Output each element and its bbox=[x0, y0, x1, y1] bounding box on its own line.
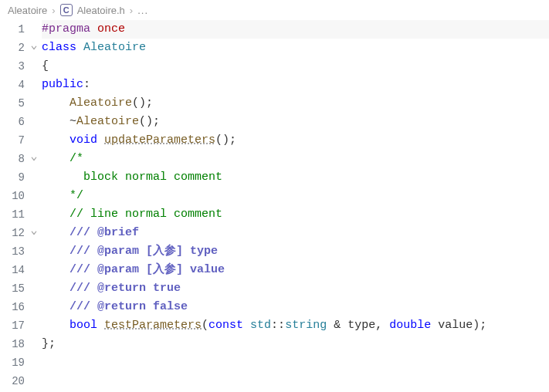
code-line[interactable]: class Aleatoire bbox=[42, 39, 549, 57]
breadcrumb[interactable]: Aleatoire › C Aleatoire.h › ... bbox=[0, 0, 549, 20]
token-text bbox=[42, 226, 69, 239]
fold-spacer bbox=[26, 168, 42, 187]
fold-spacer bbox=[26, 20, 42, 39]
code-line[interactable] bbox=[42, 372, 549, 390]
line-number-gutter: 1234567891011121314151617181920 bbox=[0, 20, 26, 392]
breadcrumb-more[interactable]: ... bbox=[137, 5, 148, 16]
code-line[interactable]: /// @param [入参] value bbox=[42, 261, 549, 279]
fold-spacer bbox=[26, 94, 42, 113]
code-line[interactable]: /// @brief bbox=[42, 224, 549, 242]
code-content[interactable]: #pragma onceclass Aleatoire{public: Alea… bbox=[42, 20, 549, 392]
token-pun: , bbox=[375, 319, 389, 332]
code-line[interactable]: */ bbox=[42, 187, 549, 205]
code-line[interactable]: /// @return false bbox=[42, 298, 549, 316]
token-text bbox=[42, 189, 69, 202]
token-typ: string bbox=[285, 319, 327, 332]
code-line[interactable]: void updateParameters(); bbox=[42, 131, 549, 150]
token-pun: :: bbox=[271, 319, 285, 332]
token-pun: ); bbox=[473, 319, 486, 332]
token-pun: (); bbox=[215, 133, 236, 147]
line-number: 1 bbox=[0, 20, 26, 39]
token-pun: & bbox=[327, 319, 347, 332]
fold-toggle-icon[interactable] bbox=[26, 39, 42, 57]
code-line[interactable] bbox=[42, 353, 549, 372]
fold-spacer bbox=[26, 187, 42, 205]
code-line[interactable]: bool testParameters(const std::string & … bbox=[42, 316, 549, 335]
line-number: 19 bbox=[0, 353, 26, 372]
token-text bbox=[42, 133, 69, 147]
breadcrumb-sep-icon: › bbox=[130, 5, 133, 16]
token-text bbox=[42, 208, 69, 221]
token-pragma: #pragma bbox=[42, 22, 90, 35]
token-pun: : bbox=[83, 78, 90, 91]
line-number: 16 bbox=[0, 298, 26, 316]
code-line[interactable]: #pragma once bbox=[42, 20, 549, 39]
token-ns: std bbox=[250, 319, 271, 332]
token-pun: (); bbox=[139, 115, 160, 128]
fold-spacer bbox=[26, 335, 42, 353]
line-number: 9 bbox=[0, 168, 26, 187]
token-text: ~ bbox=[42, 115, 76, 128]
code-line[interactable]: /// @param [入参] type bbox=[42, 242, 549, 261]
fold-toggle-icon[interactable] bbox=[26, 150, 42, 168]
fold-spacer bbox=[26, 298, 42, 316]
fold-spacer bbox=[26, 205, 42, 224]
line-number: 3 bbox=[0, 57, 26, 76]
token-fn: testParameters bbox=[104, 319, 202, 332]
code-line[interactable]: /// @return true bbox=[42, 279, 549, 298]
token-kw: bool bbox=[69, 319, 104, 332]
code-line[interactable]: ~Aleatoire(); bbox=[42, 113, 549, 131]
line-number: 7 bbox=[0, 131, 26, 150]
fold-spacer bbox=[26, 131, 42, 150]
fold-spacer bbox=[26, 372, 42, 390]
code-line[interactable]: /* bbox=[42, 150, 549, 168]
token-id: type bbox=[347, 319, 375, 332]
fold-spacer bbox=[26, 76, 42, 94]
line-number: 2 bbox=[0, 39, 26, 57]
code-line[interactable]: { bbox=[42, 57, 549, 76]
token-cmt: // line normal comment bbox=[69, 208, 222, 221]
code-line[interactable]: public: bbox=[42, 76, 549, 94]
file-type-icon: C bbox=[60, 4, 73, 16]
breadcrumb-folder[interactable]: Aleatoire bbox=[8, 5, 47, 16]
line-number: 11 bbox=[0, 205, 26, 224]
code-line[interactable]: }; bbox=[42, 335, 549, 353]
line-number: 12 bbox=[0, 224, 26, 242]
breadcrumb-file[interactable]: Aleatoire.h bbox=[77, 5, 125, 16]
fold-toggle-icon[interactable] bbox=[26, 224, 42, 242]
line-number: 5 bbox=[0, 94, 26, 113]
line-number: 8 bbox=[0, 150, 26, 168]
line-number: 13 bbox=[0, 242, 26, 261]
code-line[interactable]: block normal comment bbox=[42, 168, 549, 187]
line-number: 10 bbox=[0, 187, 26, 205]
line-number: 6 bbox=[0, 113, 26, 131]
token-pun: }; bbox=[42, 337, 56, 350]
token-doc: /// @return false bbox=[69, 300, 188, 313]
token-kw: class bbox=[42, 41, 83, 54]
token-pun: ( bbox=[202, 319, 208, 332]
token-fn: Aleatoire bbox=[69, 96, 132, 110]
token-kw: double bbox=[389, 319, 438, 332]
token-typ: Aleatoire bbox=[83, 41, 146, 54]
line-number: 4 bbox=[0, 76, 26, 94]
token-pun: (); bbox=[132, 96, 153, 110]
fold-spacer bbox=[26, 242, 42, 261]
token-cmt: */ bbox=[69, 189, 83, 202]
token-text bbox=[42, 263, 69, 276]
token-id: value bbox=[438, 319, 473, 332]
token-text bbox=[42, 319, 69, 332]
token-doc: /// @return true bbox=[69, 282, 181, 295]
line-number: 14 bbox=[0, 261, 26, 279]
token-cmt: block normal comment bbox=[69, 171, 222, 184]
code-line[interactable]: // line normal comment bbox=[42, 205, 549, 224]
token-ponce: once bbox=[90, 22, 125, 35]
code-editor[interactable]: 1234567891011121314151617181920 #pragma … bbox=[0, 20, 549, 392]
token-text bbox=[42, 171, 69, 184]
code-line[interactable]: Aleatoire(); bbox=[42, 94, 549, 113]
fold-spacer bbox=[26, 316, 42, 335]
fold-spacer bbox=[26, 57, 42, 76]
breadcrumb-sep-icon: › bbox=[52, 5, 55, 16]
token-text bbox=[42, 152, 69, 165]
token-doc: /// @brief bbox=[69, 226, 139, 239]
token-text bbox=[42, 96, 69, 110]
